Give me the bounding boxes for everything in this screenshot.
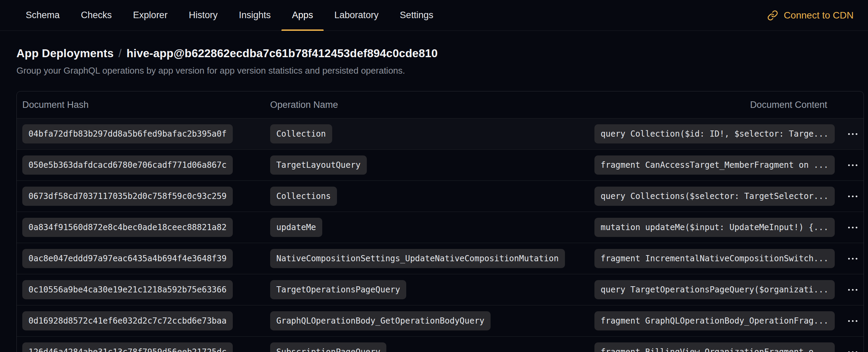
operation-name-pill: SubscriptionPageQuery	[270, 342, 386, 352]
deployments-table: Document Hash Operation Name Document Co…	[16, 91, 864, 352]
table-row: 0d16928d8572c41ef6e032d2c7c72ccbd6e73baa…	[17, 305, 864, 336]
document-hash-pill: 126d46a4284abe31c13c78f7959d56eeb21725dc	[22, 342, 233, 352]
top-nav: Schema Checks Explorer History Insights …	[0, 0, 868, 31]
tab-explorer[interactable]: Explorer	[122, 0, 178, 30]
operation-name-pill: Collection	[270, 124, 332, 143]
operation-name-pill: Collections	[270, 187, 337, 206]
tab-apps[interactable]: Apps	[281, 0, 324, 30]
connect-to-cdn-label: Connect to CDN	[784, 10, 854, 21]
ellipsis-icon	[852, 258, 854, 260]
row-menu-button[interactable]	[840, 249, 864, 268]
row-menu-button[interactable]	[840, 187, 864, 206]
tab-laboratory[interactable]: Laboratory	[324, 0, 389, 30]
document-content-pill: query TargetOperationsPageQuery($organiz…	[594, 280, 835, 299]
operation-name-pill: TargetOperationsPageQuery	[270, 280, 406, 299]
table-row: 0ac8e047eddd97a97eac6435a4b694f4e3648f39…	[17, 243, 864, 274]
row-menu-button[interactable]	[840, 155, 864, 175]
document-content-pill: fragment CanAccessTarget_MemberFragment …	[594, 155, 835, 175]
table-row: 126d46a4284abe31c13c78f7959d56eeb21725dc…	[17, 336, 864, 352]
page-subtitle: Group your GraphQL operations by app ver…	[16, 64, 852, 77]
table-row: 0673df58cd7037117035b2d0c758f59c0c93c259…	[17, 180, 864, 212]
row-menu-button[interactable]	[840, 311, 864, 330]
document-content-pill: mutation updateMe($input: UpdateMeInput!…	[594, 218, 835, 237]
document-hash-pill: 0ac8e047eddd97a97eac6435a4b694f4e3648f39	[22, 249, 233, 268]
document-content-pill: query Collections($selector: TargetSelec…	[594, 187, 835, 206]
document-content-pill: fragment GraphQLOperationBody_OperationF…	[594, 311, 835, 330]
ellipsis-icon	[852, 289, 854, 291]
table-row: 050e5b363dafdcacd6780e706cadf771d06a867c…	[17, 149, 864, 180]
row-menu-button[interactable]	[840, 218, 864, 237]
ellipsis-icon	[852, 320, 854, 322]
document-hash-pill: 0673df58cd7037117035b2d0c758f59c0c93c259	[22, 187, 233, 206]
row-menu-button[interactable]	[840, 280, 864, 299]
tab-history[interactable]: History	[178, 0, 228, 30]
operation-name-pill: TargetLayoutQuery	[270, 155, 367, 175]
document-hash-pill: 04bfa72dfb83b297dd8a5b6fed9bafac2b395a0f	[22, 124, 233, 143]
operation-name-pill: GraphQLOperationBody_GetOperationBodyQue…	[270, 311, 491, 330]
breadcrumb-current-deployment: hive-app@b622862ecdba7c61b78f412453def89…	[126, 45, 438, 62]
table-row: 0a834f91560d872e8c4bec0ade18ceec88821a82…	[17, 212, 864, 243]
document-content-pill: fragment BillingView_OrganizationFragmen…	[594, 342, 835, 352]
nav-tabs: Schema Checks Explorer History Insights …	[15, 0, 444, 30]
connect-to-cdn-button[interactable]: Connect to CDN	[767, 0, 854, 30]
column-header-document-content: Document Content	[594, 100, 827, 110]
operation-name-pill: updateMe	[270, 218, 322, 237]
row-menu-button[interactable]	[840, 342, 864, 352]
link-icon	[767, 10, 778, 21]
operation-name-pill: NativeCompositionSettings_UpdateNativeCo…	[270, 249, 565, 268]
ellipsis-icon	[852, 133, 854, 135]
page-header: App Deployments / hive-app@b622862ecdba7…	[0, 31, 868, 77]
row-menu-button[interactable]	[840, 124, 864, 143]
ellipsis-icon	[852, 227, 854, 228]
ellipsis-icon	[852, 164, 854, 166]
breadcrumb: App Deployments / hive-app@b622862ecdba7…	[16, 45, 852, 62]
document-content-pill: fragment IncrementalNativeCompositionSwi…	[594, 249, 835, 268]
document-content-pill: query Collection($id: ID!, $selector: Ta…	[594, 124, 835, 143]
column-header-document-hash: Document Hash	[22, 100, 270, 110]
tab-schema[interactable]: Schema	[15, 0, 70, 30]
document-hash-pill: 0d16928d8572c41ef6e032d2c7c72ccbd6e73baa	[22, 311, 233, 330]
column-header-operation-name: Operation Name	[270, 100, 594, 110]
document-hash-pill: 0a834f91560d872e8c4bec0ade18ceec88821a82	[22, 218, 233, 237]
table-body: 04bfa72dfb83b297dd8a5b6fed9bafac2b395a0f…	[17, 118, 864, 352]
breadcrumb-separator: /	[119, 45, 122, 62]
ellipsis-icon	[852, 196, 854, 197]
table-row: 0c10556a9be4ca30e19e21c1218a592b75e63366…	[17, 274, 864, 305]
tab-checks[interactable]: Checks	[70, 0, 122, 30]
tab-insights[interactable]: Insights	[228, 0, 281, 30]
document-hash-pill: 0c10556a9be4ca30e19e21c1218a592b75e63366	[22, 280, 233, 299]
document-hash-pill: 050e5b363dafdcacd6780e706cadf771d06a867c	[22, 155, 233, 175]
tab-settings[interactable]: Settings	[389, 0, 444, 30]
table-row: 04bfa72dfb83b297dd8a5b6fed9bafac2b395a0f…	[17, 118, 864, 149]
table-header-row: Document Hash Operation Name Document Co…	[17, 91, 864, 118]
breadcrumb-app-deployments[interactable]: App Deployments	[16, 45, 114, 62]
